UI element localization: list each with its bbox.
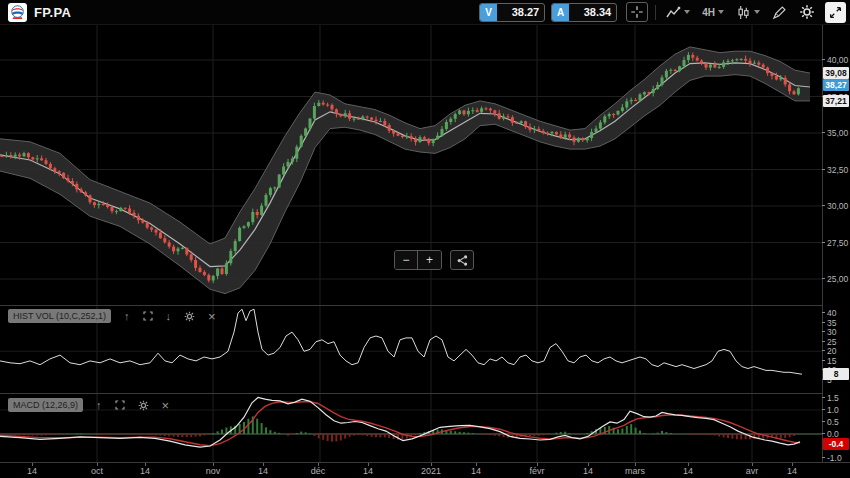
expand-panel-icon[interactable] — [115, 400, 125, 410]
panel-separator[interactable] — [0, 305, 850, 306]
time-label: 14 — [27, 466, 37, 476]
time-label: déc — [311, 466, 326, 476]
candle-style-button[interactable] — [730, 0, 766, 25]
timeframe-button[interactable]: 4H — [696, 0, 730, 25]
sell-price: 38.27 — [497, 6, 544, 18]
bollinger-upper-price-label: 39,08 — [823, 67, 849, 79]
total-logo — [8, 3, 27, 22]
time-label: 14 — [140, 466, 150, 476]
move-panel-up-icon[interactable]: ↑ — [96, 400, 102, 411]
buy-price: 38.34 — [569, 6, 616, 18]
gear-icon — [799, 4, 815, 20]
candlestick-icon — [736, 5, 751, 20]
time-label: avr — [746, 466, 759, 476]
panel-separator[interactable] — [0, 393, 850, 394]
chevron-down-icon — [684, 10, 690, 14]
total-globe-icon — [10, 5, 25, 20]
price-axis[interactable]: 40,0037,5035,0032,5030,0027,5025,0040353… — [823, 25, 850, 462]
time-label: 14 — [363, 466, 373, 476]
chart-zoom-controls: − + — [394, 250, 474, 270]
time-label: févr — [529, 466, 544, 476]
histvol-value-label: 8 — [823, 368, 849, 380]
indicator-settings-icon[interactable] — [138, 400, 149, 411]
symbol-name: FP.PA — [34, 5, 71, 20]
move-panel-up-icon[interactable]: ↑ — [124, 311, 130, 322]
share-button[interactable] — [450, 250, 474, 270]
histvol-badge[interactable]: HIST VOL (10,C,252,1) — [8, 309, 111, 323]
time-label: 2021 — [421, 466, 441, 476]
expand-panel-icon[interactable] — [143, 311, 153, 321]
chevron-down-icon — [718, 10, 724, 14]
crosshair-button[interactable] — [626, 2, 648, 22]
toolbar-controls: V 38.27 A 38.34 4H — [479, 0, 846, 25]
bollinger-lower-price-label: 37,21 — [823, 95, 849, 107]
time-label: oct — [91, 466, 103, 476]
remove-indicator-icon[interactable]: × — [208, 311, 216, 322]
time-label: 14 — [787, 466, 797, 476]
draw-tools-button[interactable] — [766, 0, 793, 25]
zoom-in-button[interactable]: + — [418, 251, 441, 269]
histvol-header: HIST VOL (10,C,252,1) ↑ ↓ × — [8, 309, 216, 323]
time-label: 14 — [258, 466, 268, 476]
chart-type-button[interactable] — [660, 0, 696, 25]
sell-badge: V — [480, 3, 497, 22]
line-chart-icon — [666, 6, 681, 19]
toolbar-separator — [655, 5, 656, 20]
time-label: 14 — [683, 466, 693, 476]
time-label: nov — [206, 466, 221, 476]
move-panel-down-icon[interactable]: ↓ — [166, 311, 172, 322]
remove-indicator-icon[interactable]: × — [162, 400, 170, 411]
sell-button[interactable]: V 38.27 — [479, 3, 545, 22]
timeframe-label: 4H — [702, 7, 715, 18]
crosshair-icon — [630, 5, 644, 19]
time-label: mars — [625, 466, 645, 476]
settings-button[interactable] — [793, 0, 821, 25]
bid-price-label: 38,27 — [823, 79, 849, 91]
trading-app-window: FP.PA V 38.27 A 38.34 — [0, 0, 850, 478]
macd-value-label: -0.4 — [823, 438, 849, 450]
share-icon — [456, 254, 469, 267]
time-axis[interactable]: 14oct14nov14déc14202114févr14mars14avr14 — [0, 463, 850, 478]
zoom-out-button[interactable]: − — [395, 251, 418, 269]
top-toolbar: FP.PA V 38.27 A 38.34 — [0, 0, 850, 25]
chevron-down-icon — [754, 10, 760, 14]
pen-icon — [772, 5, 787, 20]
time-label: 14 — [471, 466, 481, 476]
time-label: 14 — [583, 466, 593, 476]
macd-badge[interactable]: MACD (12,26,9) — [8, 398, 83, 412]
indicator-settings-icon[interactable] — [184, 311, 195, 322]
expand-arrows-icon — [829, 6, 842, 19]
fullscreen-button[interactable] — [825, 2, 846, 23]
buy-badge: A — [552, 3, 569, 22]
buy-button[interactable]: A 38.34 — [551, 3, 617, 22]
macd-header: MACD (12,26,9) ↑ × — [8, 398, 169, 412]
